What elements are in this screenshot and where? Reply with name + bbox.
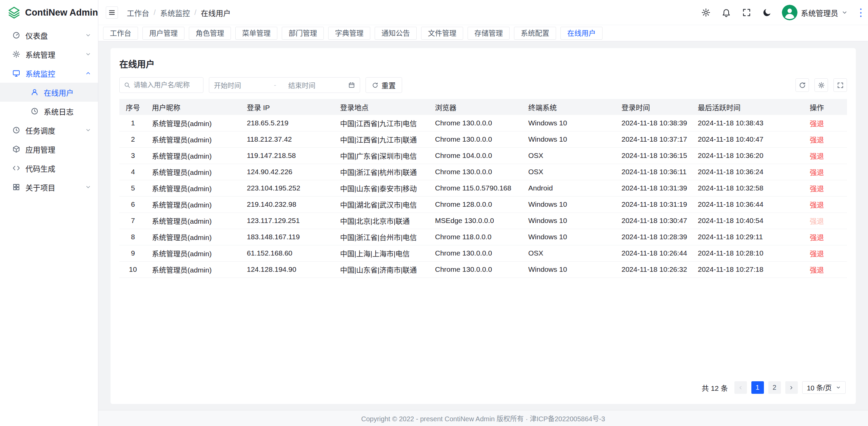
cell-nickname: 系统管理员(admin) [146, 164, 241, 180]
refresh-button[interactable] [795, 78, 809, 92]
force-logout-link[interactable]: 强退 [810, 234, 824, 241]
force-logout-link[interactable]: 强退 [810, 201, 824, 209]
fullscreen-icon[interactable] [741, 7, 752, 18]
cell-nickname: 系统管理员(admin) [146, 131, 241, 147]
cell-index: 10 [119, 261, 146, 278]
cell-index: 7 [119, 212, 146, 229]
sidebar-item-label: 关于项目 [25, 182, 80, 192]
tab-item[interactable]: 字典管理 [328, 27, 370, 40]
breadcrumb-item[interactable]: 系统监控 [160, 7, 190, 18]
settings-gear-icon[interactable] [701, 7, 711, 18]
column-header: 登录时间 [616, 99, 692, 115]
chevron-down-icon [85, 51, 91, 57]
cell-login-time: 2024-11-18 10:31:39 [616, 180, 692, 196]
sidebar-item-system-monitor[interactable]: 系统监控 [0, 64, 98, 83]
page-size-select[interactable]: 10 条/页 [802, 381, 846, 394]
cell-location: 中国|山东省|泰安市|移动 [335, 180, 430, 196]
table-settings-button[interactable] [814, 78, 828, 92]
cell-ip: 183.148.167.119 [241, 229, 335, 245]
cell-login-time: 2024-11-18 10:28:39 [616, 229, 692, 245]
sidebar-item-dashboard[interactable]: 仪表盘 [0, 26, 98, 45]
footer: Copyright © 2022 - present ContiNew Admi… [98, 410, 868, 426]
cell-last-active: 2024-11-18 10:40:47 [692, 131, 804, 147]
tab-item[interactable]: 角色管理 [189, 27, 231, 40]
sidebar-item-task-scheduler[interactable]: 任务调度 [0, 121, 98, 140]
chevron-down-icon [85, 32, 91, 38]
sidebar-item-app-management[interactable]: 应用管理 [0, 140, 98, 159]
chevron-right-icon [789, 385, 794, 390]
toolbar: 开始时间 - 结束时间 重置 [119, 77, 847, 99]
content-area: 在线用户 开始时间 - 结束时间 重置 [98, 41, 868, 410]
tab-item[interactable]: 用户管理 [142, 27, 184, 40]
app-root: ContiNew Admin 仪表盘 系统管理 [0, 0, 868, 426]
date-range-picker[interactable]: 开始时间 - 结束时间 [209, 77, 360, 93]
tab-item[interactable]: 在线用户 [560, 27, 603, 40]
cell-action: 强退 [804, 229, 847, 245]
force-logout-link[interactable]: 强退 [810, 136, 824, 144]
cell-browser: Chrome 118.0.0.0 [430, 229, 523, 245]
tab-item[interactable]: 菜单管理 [235, 27, 277, 40]
column-header: 用户昵称 [146, 99, 241, 115]
cell-index: 2 [119, 131, 146, 147]
sidebar-collapse-button[interactable] [106, 6, 118, 19]
more-actions-icon[interactable]: ⋮ [856, 7, 866, 18]
column-header: 终端系统 [523, 99, 616, 115]
search-input[interactable] [134, 81, 199, 89]
notification-bell-icon[interactable] [721, 7, 732, 18]
sidebar-item-system-logs[interactable]: 系统日志 [0, 102, 98, 121]
cell-index: 3 [119, 147, 146, 164]
main-area: 工作台 / 系统监控 / 在线用户 [98, 0, 868, 426]
cell-login-time: 2024-11-18 10:36:15 [616, 147, 692, 164]
sidebar-item-about-project[interactable]: 关于项目 [0, 178, 98, 197]
sidebar-item-label: 系统日志 [44, 106, 91, 117]
cell-index: 1 [119, 115, 146, 131]
cell-ip: 61.152.168.60 [241, 245, 335, 261]
cell-index: 5 [119, 180, 146, 196]
calendar-icon [348, 82, 355, 88]
force-logout-link[interactable]: 强退 [810, 250, 824, 258]
next-page-button[interactable] [785, 381, 798, 394]
tab-item[interactable]: 存储管理 [468, 27, 510, 40]
force-logout-link[interactable]: 强退 [810, 168, 824, 176]
cell-os: Windows 10 [523, 115, 616, 131]
cell-last-active: 2024-11-18 10:40:54 [692, 212, 804, 229]
tab-item[interactable]: 工作台 [103, 27, 138, 40]
dark-mode-moon-icon[interactable] [762, 7, 772, 18]
user-menu[interactable]: 系统管理员 [782, 5, 848, 20]
cell-location: 中国|浙江省|杭州市|联通 [335, 164, 430, 180]
tab-item[interactable]: 通知公告 [375, 27, 417, 40]
cell-browser: Chrome 130.0.0.0 [430, 245, 523, 261]
tab-item[interactable]: 文件管理 [421, 27, 463, 40]
table-fullscreen-button[interactable] [833, 78, 847, 92]
force-logout-link[interactable]: 强退 [810, 185, 824, 192]
table-row: 4系统管理员(admin)124.90.42.226中国|浙江省|杭州市|联通C… [119, 164, 847, 180]
chevron-up-icon [85, 70, 91, 76]
cell-action: 强退 [804, 245, 847, 261]
breadcrumb-item[interactable]: 工作台 [127, 7, 149, 18]
sidebar-item-code-generation[interactable]: 代码生成 [0, 159, 98, 178]
column-header: 登录地点 [335, 99, 430, 115]
page-number-button[interactable]: 2 [768, 381, 781, 394]
cell-last-active: 2024-11-18 10:32:58 [692, 180, 804, 196]
reset-button[interactable]: 重置 [366, 77, 402, 93]
search-input-wrapper [119, 77, 203, 93]
force-logout-link[interactable]: 强退 [810, 152, 824, 160]
cell-last-active: 2024-11-18 10:38:43 [692, 115, 804, 131]
user-icon [31, 88, 39, 96]
dashboard-icon [12, 31, 20, 39]
force-logout-link[interactable]: 强退 [810, 266, 824, 274]
sidebar-item-label: 仪表盘 [25, 30, 80, 41]
logo-icon [7, 6, 21, 19]
sidebar-item-online-users[interactable]: 在线用户 [0, 83, 98, 102]
range-separator: - [274, 81, 276, 89]
page-number-button[interactable]: 1 [751, 381, 764, 394]
cell-os: Windows 10 [523, 131, 616, 147]
cell-login-time: 2024-11-18 10:37:17 [616, 131, 692, 147]
cell-browser: MSEdge 130.0.0.0 [430, 212, 523, 229]
table-row: 7系统管理员(admin)123.117.129.251中国|北京|北京市|联通… [119, 212, 847, 229]
sidebar-item-system-management[interactable]: 系统管理 [0, 45, 98, 64]
tab-item[interactable]: 部门管理 [282, 27, 324, 40]
tab-item[interactable]: 系统配置 [514, 27, 556, 40]
cell-location: 中国|江西省|九江市|联通 [335, 131, 430, 147]
force-logout-link[interactable]: 强退 [810, 120, 824, 127]
